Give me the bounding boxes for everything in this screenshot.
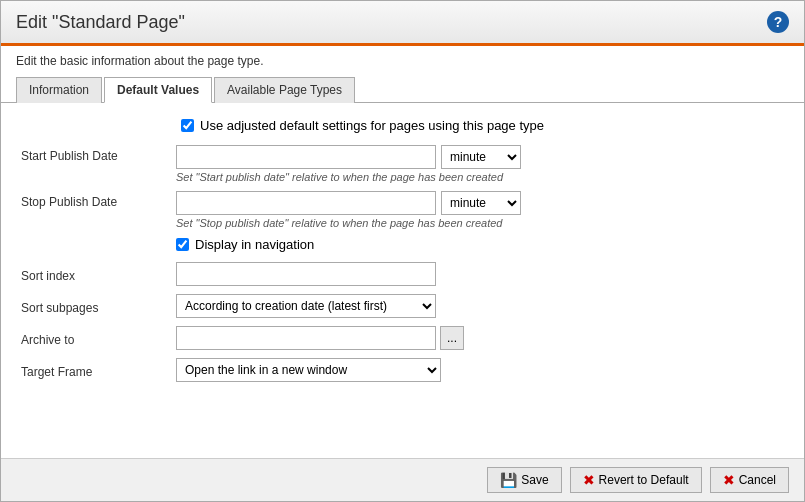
target-frame-row: Target Frame Open the link in a new wind… [21, 358, 784, 382]
stop-publish-unit-select[interactable]: minute hour day week [441, 191, 521, 215]
start-publish-field: 1 minute hour day week Set "Start publis… [176, 145, 784, 183]
use-adjusted-row: Use adjusted default settings for pages … [181, 118, 784, 133]
stop-publish-hint: Set "Stop publish date" relative to when… [176, 217, 784, 229]
archive-to-input[interactable] [176, 326, 436, 350]
tab-available-page-types[interactable]: Available Page Types [214, 77, 355, 103]
use-adjusted-checkbox[interactable] [181, 119, 194, 132]
cancel-icon: ✖ [723, 472, 735, 488]
sort-index-row: Sort index [21, 262, 784, 286]
save-icon: 💾 [500, 472, 517, 488]
sort-index-label: Sort index [21, 265, 176, 283]
start-publish-unit-select[interactable]: minute hour day week [441, 145, 521, 169]
browse-button[interactable]: ... [440, 326, 464, 350]
target-frame-select[interactable]: Open the link in a new window Open the l… [176, 358, 441, 382]
stop-publish-row: Stop Publish Date minute hour day week S… [21, 191, 784, 229]
stop-publish-input[interactable] [176, 191, 436, 215]
target-frame-label: Target Frame [21, 361, 176, 379]
save-button[interactable]: 💾 Save [487, 467, 561, 493]
sort-subpages-select[interactable]: According to creation date (latest first… [176, 294, 436, 318]
start-publish-inputs: 1 minute hour day week [176, 145, 784, 169]
display-in-nav-label: Display in navigation [195, 237, 314, 252]
display-in-nav-checkbox[interactable] [176, 238, 189, 251]
stop-publish-field: minute hour day week Set "Stop publish d… [176, 191, 784, 229]
revert-label: Revert to Default [599, 473, 689, 487]
dialog: Edit "Standard Page" ? Edit the basic in… [0, 0, 805, 502]
stop-publish-inputs: minute hour day week [176, 191, 784, 215]
archive-to-row: Archive to ... [21, 326, 784, 350]
sort-subpages-row: Sort subpages According to creation date… [21, 294, 784, 318]
dialog-title: Edit "Standard Page" [16, 12, 185, 33]
save-label: Save [521, 473, 548, 487]
title-bar: Edit "Standard Page" ? [1, 1, 804, 46]
help-icon[interactable]: ? [767, 11, 789, 33]
revert-button[interactable]: ✖ Revert to Default [570, 467, 702, 493]
sort-subpages-label: Sort subpages [21, 297, 176, 315]
use-adjusted-label: Use adjusted default settings for pages … [200, 118, 544, 133]
footer: 💾 Save ✖ Revert to Default ✖ Cancel [1, 458, 804, 501]
tab-bar: Information Default Values Available Pag… [1, 76, 804, 103]
start-publish-row: Start Publish Date 1 minute hour day wee… [21, 145, 784, 183]
start-publish-hint: Set "Start publish date" relative to whe… [176, 171, 784, 183]
start-publish-input[interactable]: 1 [176, 145, 436, 169]
tab-content: Use adjusted default settings for pages … [1, 103, 804, 458]
sort-index-input[interactable] [176, 262, 436, 286]
stop-publish-label: Stop Publish Date [21, 191, 176, 209]
archive-to-label: Archive to [21, 329, 176, 347]
tab-default-values[interactable]: Default Values [104, 77, 212, 103]
display-in-nav-row: Display in navigation [176, 237, 784, 252]
tab-information[interactable]: Information [16, 77, 102, 103]
subtitle: Edit the basic information about the pag… [1, 46, 804, 76]
cancel-label: Cancel [739, 473, 776, 487]
cancel-button[interactable]: ✖ Cancel [710, 467, 789, 493]
start-publish-label: Start Publish Date [21, 145, 176, 163]
revert-icon: ✖ [583, 472, 595, 488]
